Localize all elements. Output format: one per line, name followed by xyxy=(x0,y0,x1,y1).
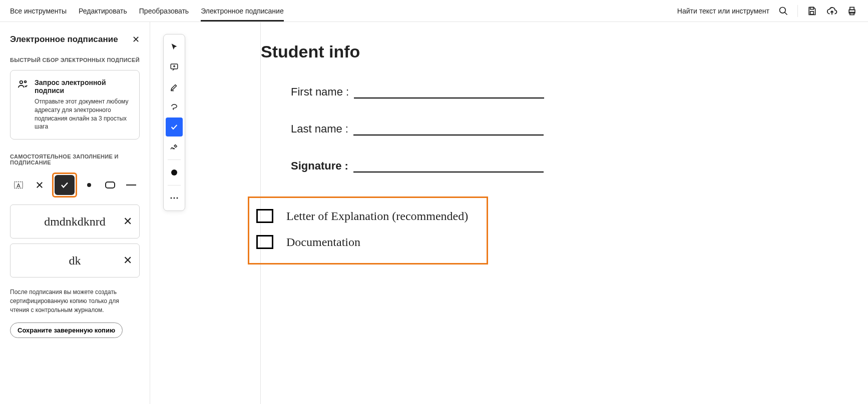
svg-point-20 xyxy=(171,170,177,176)
save-certified-copy-button[interactable]: Сохраните заверенную копию xyxy=(10,322,123,338)
svg-point-13 xyxy=(87,183,91,187)
tab-edit[interactable]: Редактировать xyxy=(79,1,127,21)
tool-text-box[interactable]: A xyxy=(10,175,27,195)
search-hint[interactable]: Найти текст или инструмент xyxy=(677,7,769,15)
request-card-title: Запрос электронной подписи xyxy=(35,78,132,94)
document-page[interactable]: Student info First name : Last name : Si… xyxy=(260,22,671,404)
search-icon[interactable] xyxy=(777,5,789,17)
doc-title: Student info xyxy=(261,42,671,62)
svg-point-0 xyxy=(780,7,786,13)
ft-color[interactable] xyxy=(166,163,183,182)
signature-text-1: dmdnkdknrd xyxy=(44,215,106,228)
tool-x[interactable] xyxy=(31,175,48,195)
field-last-name: Last name : xyxy=(291,122,671,136)
svg-point-8 xyxy=(25,81,27,83)
sidebar-header: Электронное подписание ✕ xyxy=(10,34,140,45)
ft-separator xyxy=(168,160,181,160)
tab-convert[interactable]: Преобразовать xyxy=(139,1,189,21)
top-tabs: Все инструменты Редактировать Преобразов… xyxy=(10,1,677,21)
fill-tool-row: A xyxy=(10,172,140,198)
signature-delete-2[interactable]: ✕ xyxy=(123,254,132,267)
label-first-name: First name : xyxy=(291,86,349,98)
divider xyxy=(797,5,798,17)
svg-point-23 xyxy=(177,198,178,199)
ft-separator-2 xyxy=(168,185,181,186)
ft-comment[interactable] xyxy=(166,58,183,76)
label-last-name: Last name : xyxy=(291,122,348,136)
field-signature: Signature : xyxy=(291,160,671,172)
save-icon[interactable] xyxy=(806,5,818,17)
checkbox-letter[interactable] xyxy=(256,209,273,223)
people-icon xyxy=(18,78,29,131)
ft-more[interactable] xyxy=(166,188,183,208)
print-icon[interactable] xyxy=(846,5,858,17)
section-self-label: САМОСТОЯТЕЛЬНОЕ ЗАПОЛНЕНИЕ И ПОДПИСАНИЕ xyxy=(10,154,140,166)
ft-cursor[interactable] xyxy=(166,38,183,56)
ft-lasso[interactable] xyxy=(166,98,183,116)
checkbox-label-letter: Letter of Explanation (recommended) xyxy=(286,210,468,223)
signature-text-2: dk xyxy=(69,254,81,268)
svg-rect-14 xyxy=(106,182,115,188)
check-row-1: Letter of Explanation (recommended) xyxy=(256,209,477,223)
field-first-name: First name : xyxy=(291,86,671,98)
svg-line-1 xyxy=(785,12,787,14)
top-bar: Все инструменты Редактировать Преобразов… xyxy=(0,0,868,22)
highlight-check-tool xyxy=(52,172,77,198)
canvas-area: Student info First name : Last name : Si… xyxy=(150,22,868,404)
check-row-2: Documentation xyxy=(256,235,477,249)
svg-rect-2 xyxy=(810,7,814,9)
sidebar-title: Электронное подписание xyxy=(10,34,118,44)
tool-dot[interactable] xyxy=(81,175,98,195)
svg-rect-5 xyxy=(850,7,854,10)
cloud-upload-icon[interactable] xyxy=(826,5,838,17)
floating-toolbar xyxy=(163,34,185,211)
signature-delete-1[interactable]: ✕ xyxy=(123,215,132,228)
signature-box-1[interactable]: dmdnkdknrd ✕ xyxy=(10,204,140,238)
svg-rect-3 xyxy=(810,11,814,14)
highlight-checkbox-area: Letter of Explanation (recommended) Docu… xyxy=(248,196,488,264)
main: Электронное подписание ✕ БЫСТРЫЙ СБОР ЭЛ… xyxy=(0,22,868,404)
certify-note: После подписания вы можете создать серти… xyxy=(10,288,140,314)
signature-box-2[interactable]: dk ✕ xyxy=(10,244,140,278)
request-signature-card[interactable]: Запрос электронной подписи Отправьте это… xyxy=(10,70,140,140)
svg-text:A: A xyxy=(17,182,21,188)
line-signature[interactable] xyxy=(353,160,544,172)
close-icon[interactable]: ✕ xyxy=(132,34,140,45)
sidebar: Электронное подписание ✕ БЫСТРЫЙ СБОР ЭЛ… xyxy=(0,22,150,404)
tool-line[interactable] xyxy=(123,175,140,195)
line-last-name[interactable] xyxy=(353,124,544,136)
top-right: Найти текст или инструмент xyxy=(677,5,858,17)
svg-point-21 xyxy=(171,198,172,199)
checkbox-documentation[interactable] xyxy=(256,235,273,249)
tab-all-tools[interactable]: Все инструменты xyxy=(10,1,67,21)
ft-check[interactable] xyxy=(166,118,183,136)
checkbox-label-documentation: Documentation xyxy=(286,236,360,249)
svg-point-22 xyxy=(174,198,175,199)
ft-sign[interactable] xyxy=(166,138,183,156)
svg-point-7 xyxy=(20,81,23,84)
tool-check[interactable] xyxy=(55,175,75,195)
label-signature: Signature : xyxy=(291,160,348,172)
ft-highlight[interactable] xyxy=(166,78,183,96)
line-first-name[interactable] xyxy=(354,86,544,98)
tool-rect[interactable] xyxy=(102,175,119,195)
tab-esign[interactable]: Электронное подписание xyxy=(201,1,284,21)
request-card-desc: Отправьте этот документ любому адресату … xyxy=(35,98,132,131)
section-quick-label: БЫСТРЫЙ СБОР ЭЛЕКТРОННЫХ ПОДПИСЕЙ xyxy=(10,57,140,63)
